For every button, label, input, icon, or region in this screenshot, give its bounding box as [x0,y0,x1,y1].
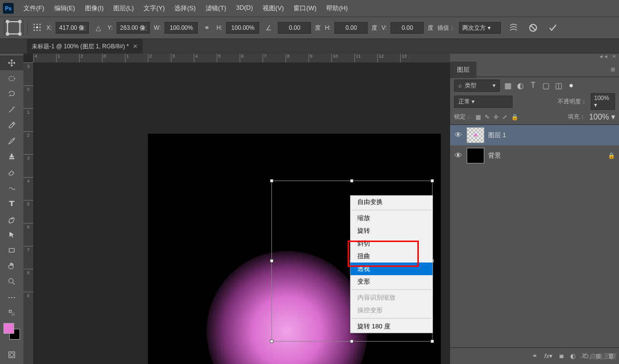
svg-point-3 [6,33,9,35]
y-input[interactable] [117,22,150,34]
menu-图像[interactable]: 图像(I) [80,1,108,16]
add-mask-icon[interactable]: ◙ [559,352,563,360]
gradient-tool-icon[interactable] [0,181,23,195]
document-tab[interactable]: 未标题-1 @ 100% (图层 1, RGB/8#) * ✕ [27,39,143,54]
marquee-tool-icon[interactable] [0,71,23,86]
ctx-缩放[interactable]: 缩放 [351,212,433,224]
filter-type-icon[interactable]: T [528,81,538,90]
reference-point-icon[interactable] [32,22,42,34]
link-wh-icon[interactable]: ⚭ [202,24,212,32]
svg-point-2 [19,20,21,23]
menu-文件[interactable]: 文件(F) [19,1,49,16]
rectangle-tool-icon[interactable] [0,243,23,258]
layer-visibility-icon[interactable]: 👁 [454,131,463,140]
menu-文字[interactable]: 文字(Y) [139,1,169,16]
fill-input[interactable]: 100% ▾ [589,112,615,121]
swap-xy-icon[interactable]: △ [93,24,103,32]
free-transform-tool-icon[interactable] [4,20,23,35]
edit-toolbar-icon[interactable] [0,305,23,320]
filter-pixel-icon[interactable]: ▦ [503,81,513,90]
tools-panel: ⋯ [0,54,23,364]
move-tool-icon[interactable] [0,56,23,70]
svg-point-1 [6,20,9,23]
type-tool-icon[interactable] [0,196,23,211]
x-input[interactable] [56,22,89,34]
layer-thumbnail[interactable] [467,127,484,143]
stamp-tool-icon[interactable] [0,149,23,164]
angle-input[interactable] [278,22,311,34]
hand-tool-icon[interactable] [0,259,23,273]
lock-position-icon[interactable]: ✢ [494,114,498,121]
layer-filter-select[interactable]: ⌕类型▾ [454,80,500,92]
layers-tab[interactable]: 图层 [450,61,476,78]
close-tab-icon[interactable]: ✕ [133,43,138,50]
eraser-tool-icon[interactable] [0,165,23,180]
layer-name[interactable]: 图层 1 [488,131,506,140]
handle-tr[interactable] [431,179,434,182]
menu-帮助[interactable]: 帮助(H) [321,1,352,16]
magic-wand-tool-icon[interactable] [0,102,23,117]
handle-bl[interactable] [270,340,273,343]
ctx-旋转 180 度[interactable]: 旋转 180 度 [351,320,433,333]
commit-transform-icon[interactable] [546,21,559,35]
layer-thumbnail[interactable] [467,148,484,163]
color-swatches[interactable] [3,323,20,340]
ctx-透视[interactable]: 透视 [351,263,433,275]
menu-选择[interactable]: 选择(S) [169,1,200,16]
ctx-变形[interactable]: 变形 [351,275,433,288]
opacity-input[interactable]: 100% ▾ [591,93,615,110]
pen-tool-icon[interactable] [0,212,23,226]
menu-图层[interactable]: 图层(L) [108,1,139,16]
foreground-color[interactable] [3,323,14,334]
collapse-panel-icon[interactable]: ◄◄ [598,54,608,62]
handle-tc[interactable] [350,179,353,182]
hskew-input[interactable] [334,22,368,34]
panel-menu-icon[interactable]: ≡ [607,65,619,74]
close-panel-icon[interactable]: ✕ [612,54,616,62]
adjustment-layer-icon[interactable]: ◐ [570,352,576,360]
vskew-input[interactable] [391,22,424,34]
ctx-斜切[interactable]: 斜切 [351,237,433,250]
interp-select[interactable]: 两次立方 ▾ [459,22,500,34]
menu-窗口[interactable]: 窗口(W) [289,1,321,16]
h-input[interactable] [226,22,259,34]
menu-编辑[interactable]: 编辑(E) [49,1,80,16]
lock-transparent-icon[interactable]: ▦ [475,114,481,121]
ellipsis-tool-icon[interactable]: ⋯ [0,290,23,304]
cancel-transform-icon[interactable] [526,21,540,35]
zoom-tool-icon[interactable] [0,274,23,289]
menu-视图[interactable]: 视图(V) [258,1,289,16]
eyedropper-tool-icon[interactable] [0,118,23,133]
menu-滤镜[interactable]: 滤镜(T) [201,1,231,16]
handle-bc[interactable] [350,340,353,343]
layer-fx-icon[interactable]: fx▾ [544,352,553,360]
ctx-自由变换[interactable]: 自由变换 [351,196,433,208]
handle-tl[interactable] [270,179,273,182]
filter-adjustment-icon[interactable]: ◐ [516,81,525,90]
layer-row[interactable]: 👁图层 1 [450,125,619,145]
ctx-扭曲[interactable]: 扭曲 [351,250,433,263]
layer-name[interactable]: 背景 [488,151,501,160]
brush-tool-icon[interactable] [0,134,23,148]
filter-toggle-icon[interactable]: ● [566,81,576,90]
path-selection-tool-icon[interactable] [0,227,23,242]
layer-visibility-icon[interactable]: 👁 [454,151,463,160]
blend-mode-select[interactable]: 正常 ▾ [454,96,513,108]
lock-all-icon[interactable]: 🔒 [511,114,518,121]
layer-row[interactable]: 👁背景🔒 [450,145,619,166]
handle-ml[interactable] [270,259,273,263]
warp-mode-icon[interactable] [507,21,520,35]
lock-artboard-icon[interactable]: ⤢ [502,114,507,121]
lock-pixels-icon[interactable]: ✎ [485,114,490,121]
ctx-旋转[interactable]: 旋转 [351,224,433,237]
link-layers-icon[interactable]: ⚭ [532,352,537,360]
w-input[interactable] [165,22,198,34]
quick-mask-icon[interactable] [0,347,23,362]
lasso-tool-icon[interactable] [0,87,23,101]
menu-3D[interactable]: 3D(D) [231,1,258,16]
filter-shape-icon[interactable]: ▢ [541,81,551,90]
filter-smart-icon[interactable]: ◫ [554,81,563,90]
svg-rect-0 [7,21,20,34]
layer-lock-icon: 🔒 [608,152,615,159]
handle-br[interactable] [431,340,434,343]
